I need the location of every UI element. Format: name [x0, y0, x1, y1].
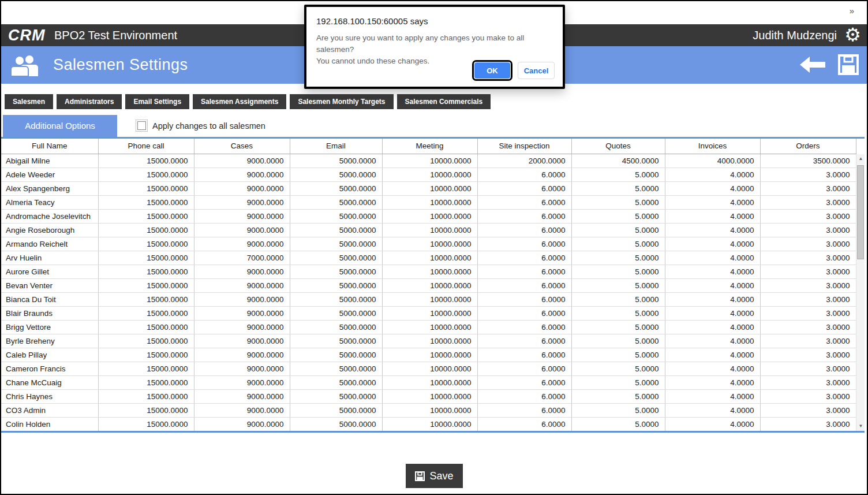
table-row[interactable]: Alex Spangenberg15000.00009000.00005000.… — [1, 181, 856, 195]
cell-value[interactable]: 4.0000 — [665, 334, 760, 348]
cell-value[interactable]: 3.0000 — [760, 168, 856, 181]
cell-value[interactable]: 5.0000 — [571, 403, 665, 417]
table-row[interactable]: Byrle Breheny15000.00009000.00005000.000… — [1, 334, 856, 348]
cell-value[interactable]: 5.0000 — [571, 181, 665, 195]
cell-value[interactable]: 5000.0000 — [290, 389, 382, 403]
additional-options-tab[interactable]: Additional Options — [3, 115, 117, 137]
tab-salesmen-commercials[interactable]: Salesmen Commercials — [397, 94, 491, 109]
table-row[interactable]: Abigail Milne15000.00009000.00005000.000… — [1, 154, 856, 168]
cell-value[interactable]: 15000.0000 — [98, 181, 194, 195]
cell-value[interactable]: 4.0000 — [665, 320, 760, 334]
column-header-cases[interactable]: Cases — [194, 139, 290, 154]
cell-value[interactable]: 5.0000 — [571, 265, 665, 278]
cell-value[interactable]: 4.0000 — [665, 417, 760, 431]
cell-value[interactable]: 15000.0000 — [98, 334, 194, 348]
column-header-invoices[interactable]: Invoices — [665, 139, 760, 154]
cell-value[interactable]: 5000.0000 — [290, 237, 382, 251]
scroll-up-icon[interactable]: ▲ — [856, 154, 865, 163]
table-row[interactable]: Cameron Francis15000.00009000.00005000.0… — [1, 362, 856, 375]
cell-value[interactable]: 10000.0000 — [382, 181, 477, 195]
column-header-site-inspection[interactable]: Site inspection — [477, 139, 571, 154]
cell-value[interactable]: 5000.0000 — [290, 417, 382, 431]
cell-value[interactable]: 15000.0000 — [98, 306, 194, 320]
cell-value[interactable]: 4.0000 — [665, 375, 760, 389]
cell-value[interactable]: 4.0000 — [665, 168, 760, 181]
column-header-full-name[interactable]: Full Name — [1, 139, 98, 154]
cell-value[interactable]: 10000.0000 — [382, 320, 477, 334]
cell-value[interactable]: 9000.0000 — [194, 292, 290, 306]
cell-value[interactable]: 10000.0000 — [382, 154, 477, 168]
tab-salesmen[interactable]: Salesmen — [5, 94, 53, 109]
cell-value[interactable]: 6.0000 — [477, 362, 571, 375]
table-scrollbar[interactable]: ▲ ▼ — [856, 154, 865, 431]
column-header-email[interactable]: Email — [290, 139, 382, 154]
column-header-quotes[interactable]: Quotes — [571, 139, 665, 154]
cell-value[interactable]: 5000.0000 — [290, 403, 382, 417]
cell-value[interactable]: 5000.0000 — [290, 292, 382, 306]
table-row[interactable]: Bevan Venter15000.00009000.00005000.0000… — [1, 278, 856, 292]
user-name[interactable]: Judith Mudzengi — [753, 24, 837, 46]
cell-value[interactable]: 6.0000 — [477, 168, 571, 181]
cell-value[interactable]: 3.0000 — [760, 389, 856, 403]
cell-value[interactable]: 3.0000 — [760, 292, 856, 306]
table-row[interactable]: CO3 Admin15000.00009000.00005000.0000100… — [1, 403, 856, 417]
cell-value[interactable]: 15000.0000 — [98, 237, 194, 251]
cell-value[interactable]: 10000.0000 — [382, 209, 477, 223]
cell-value[interactable]: 9000.0000 — [194, 181, 290, 195]
cell-value[interactable]: 6.0000 — [477, 223, 571, 237]
ok-button[interactable]: OK — [474, 62, 510, 79]
table-row[interactable]: Colin Holden15000.00009000.00005000.0000… — [1, 417, 856, 431]
cell-value[interactable]: 5000.0000 — [290, 265, 382, 278]
cell-value[interactable]: 5000.0000 — [290, 181, 382, 195]
cell-value[interactable]: 3.0000 — [760, 403, 856, 417]
cell-value[interactable]: 10000.0000 — [382, 292, 477, 306]
cell-value[interactable]: 4.0000 — [665, 389, 760, 403]
cell-value[interactable]: 6.0000 — [477, 417, 571, 431]
table-row[interactable]: Chane McCuaig15000.00009000.00005000.000… — [1, 375, 856, 389]
cell-value[interactable]: 9000.0000 — [194, 375, 290, 389]
cell-value[interactable]: 15000.0000 — [98, 209, 194, 223]
table-row[interactable]: Chris Haynes15000.00009000.00005000.0000… — [1, 389, 856, 403]
cell-value[interactable]: 4000.0000 — [665, 154, 760, 168]
cell-value[interactable]: 3.0000 — [760, 278, 856, 292]
cell-value[interactable]: 9000.0000 — [194, 389, 290, 403]
cell-value[interactable]: 3.0000 — [760, 237, 856, 251]
cell-value[interactable]: 9000.0000 — [194, 362, 290, 375]
cell-value[interactable]: 10000.0000 — [382, 389, 477, 403]
cell-value[interactable]: 5.0000 — [571, 334, 665, 348]
cell-value[interactable]: 10000.0000 — [382, 362, 477, 375]
table-row[interactable]: Armando Reichelt15000.00009000.00005000.… — [1, 237, 856, 251]
cell-value[interactable]: 15000.0000 — [98, 375, 194, 389]
cell-value[interactable]: 10000.0000 — [382, 195, 477, 209]
cell-value[interactable]: 5.0000 — [571, 195, 665, 209]
cell-value[interactable]: 3500.0000 — [760, 154, 856, 168]
cell-value[interactable]: 5000.0000 — [290, 168, 382, 181]
cell-value[interactable]: 6.0000 — [477, 237, 571, 251]
cell-value[interactable]: 15000.0000 — [98, 265, 194, 278]
table-row[interactable]: Caleb Pillay15000.00009000.00005000.0000… — [1, 348, 856, 362]
cell-value[interactable]: 5000.0000 — [290, 320, 382, 334]
cell-value[interactable]: 6.0000 — [477, 209, 571, 223]
cell-value[interactable]: 4.0000 — [665, 265, 760, 278]
cell-value[interactable]: 5.0000 — [571, 348, 665, 362]
cell-value[interactable]: 4.0000 — [665, 306, 760, 320]
table-row[interactable]: Adele Weeder15000.00009000.00005000.0000… — [1, 168, 856, 181]
cell-value[interactable]: 10000.0000 — [382, 375, 477, 389]
table-row[interactable]: Brigg Vettore15000.00009000.00005000.000… — [1, 320, 856, 334]
cell-value[interactable]: 5.0000 — [571, 237, 665, 251]
tab-administrators[interactable]: Administrators — [57, 94, 122, 109]
cell-value[interactable]: 6.0000 — [477, 306, 571, 320]
column-header-phone-call[interactable]: Phone call — [98, 139, 194, 154]
cell-value[interactable]: 10000.0000 — [382, 348, 477, 362]
cell-value[interactable]: 9000.0000 — [194, 403, 290, 417]
gear-icon[interactable]: ⚙ — [844, 23, 861, 46]
cell-value[interactable]: 6.0000 — [477, 278, 571, 292]
cell-value[interactable]: 3.0000 — [760, 209, 856, 223]
cell-value[interactable]: 5000.0000 — [290, 154, 382, 168]
cell-value[interactable]: 4.0000 — [665, 195, 760, 209]
cell-value[interactable]: 15000.0000 — [98, 362, 194, 375]
tab-salesmen-assignments[interactable]: Salesmen Assignments — [193, 94, 286, 109]
cell-value[interactable]: 4.0000 — [665, 403, 760, 417]
apply-all-checkbox[interactable] — [137, 121, 146, 130]
cell-value[interactable]: 10000.0000 — [382, 237, 477, 251]
